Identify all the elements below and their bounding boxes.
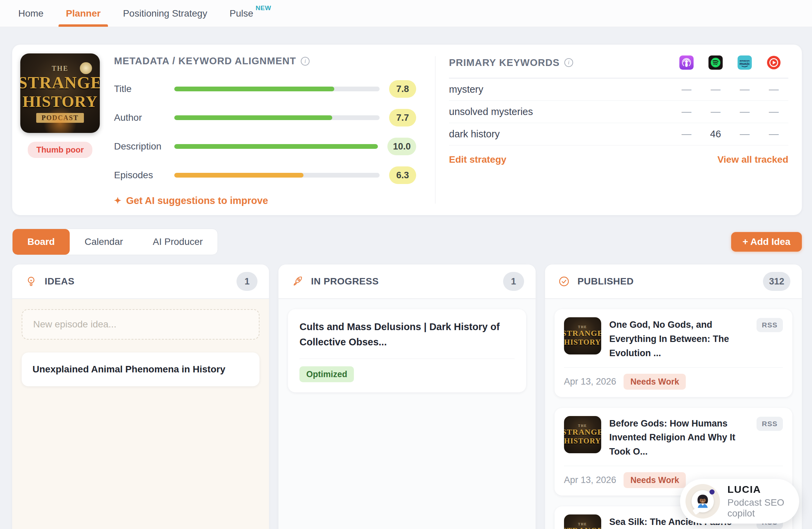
publish-date: Apr 13, 2026 — [564, 475, 617, 485]
sparkle-icon: ✦ — [114, 195, 121, 206]
copilot-name: LUCIA — [727, 484, 799, 495]
card-divider — [564, 466, 783, 466]
needs-work-badge: Needs Work — [624, 374, 686, 390]
rank-apple: — — [672, 106, 701, 117]
lucia-avatar — [685, 484, 720, 518]
rank-amazon: — — [730, 106, 759, 117]
metric-row-author: Author 7.7 — [114, 109, 416, 127]
nav-item-planner[interactable]: Planner — [66, 0, 101, 27]
keyword-name: unsolved mysteries — [449, 106, 672, 117]
metric-label: Author — [114, 112, 174, 123]
view-tab-group: Board Calendar AI Producer — [12, 229, 218, 255]
column-body-ideas: Unexplained Animal Phenomena in History — [12, 299, 269, 529]
new-badge: NEW — [256, 4, 271, 12]
in-progress-card[interactable]: Cults and Mass Delusions | Dark History … — [288, 309, 526, 392]
metric-label: Description — [114, 141, 174, 152]
ai-suggestions-link[interactable]: ✦ Get AI suggestions to improve — [114, 195, 416, 206]
metric-label: Episodes — [114, 170, 174, 181]
metric-row-title: Title 7.8 — [114, 80, 416, 98]
edit-strategy-link[interactable]: Edit strategy — [449, 154, 507, 165]
keyword-row: mystery — — — — — [449, 78, 788, 101]
thumb-quality-badge: Thumb poor — [28, 142, 93, 158]
optimized-badge: Optimized — [300, 366, 354, 382]
column-title: IDEAS — [45, 276, 229, 287]
card-divider — [300, 358, 514, 359]
new-idea-input[interactable] — [21, 309, 260, 340]
episode-thumbnail: THE STRANGE HISTORY — [564, 514, 601, 529]
check-circle-icon — [558, 275, 570, 288]
metric-label: Title — [114, 84, 174, 94]
keyword-row: unsolved mysteries — — — — — [449, 101, 788, 123]
episode-thumbnail: THE STRANGE HISTORY — [564, 416, 601, 453]
published-card[interactable]: THE STRANGE HISTORY One God, No Gods, an… — [554, 309, 792, 397]
copilot-text: LUCIA Podcast SEO copilot — [727, 484, 799, 519]
metric-bar — [174, 115, 380, 120]
keywords-panel-title: PRIMARY KEYWORDS — [449, 57, 560, 68]
keyword-name: dark history — [449, 129, 672, 140]
svg-text:music: music — [740, 61, 750, 65]
episode-title: Before Gods: How Humans Invented Religio… — [609, 416, 749, 459]
keyword-name: mystery — [449, 84, 672, 95]
rss-badge: RSS — [756, 318, 783, 332]
nav-item-pulse[interactable]: Pulse NEW — [229, 0, 271, 27]
episode-title: Cults and Mass Delusions | Dark History … — [300, 319, 514, 350]
publish-date: Apr 13, 2026 — [564, 377, 617, 387]
lucia-avatar-face — [694, 493, 711, 510]
metadata-panel-title: METADATA / KEYWORD ALIGNMENT — [114, 56, 296, 67]
metric-bar — [174, 173, 380, 178]
add-idea-button[interactable]: + Add Idea — [731, 232, 802, 252]
rank-apple: — — [672, 84, 701, 95]
idea-card[interactable]: Unexplained Animal Phenomena in History — [21, 352, 260, 386]
metadata-keywords-card: THE STRANGE HISTORY PODCAST Thumb poor M… — [12, 45, 802, 215]
metric-row-episodes: Episodes 6.3 — [114, 166, 416, 184]
apple-podcasts-icon — [672, 56, 701, 70]
column-count-badge: 1 — [236, 272, 258, 291]
column-header-in-progress: IN PROGRESS 1 — [278, 265, 535, 299]
tab-board[interactable]: Board — [13, 229, 70, 255]
metric-bar — [174, 144, 378, 149]
column-ideas: IDEAS 1 Unexplained Animal Phenomena in … — [12, 265, 269, 529]
primary-keywords-panel: PRIMARY KEYWORDS i — [435, 54, 802, 206]
info-icon[interactable]: i — [564, 58, 573, 67]
card-divider — [564, 367, 783, 368]
tab-ai-producer[interactable]: AI Producer — [138, 229, 218, 255]
needs-work-badge: Needs Work — [624, 472, 686, 488]
episode-thumbnail: THE STRANGE HISTORY — [564, 317, 601, 354]
metric-score-badge: 7.8 — [389, 80, 416, 98]
rank-youtube: — — [759, 106, 788, 117]
metadata-panel: THE STRANGE HISTORY PODCAST Thumb poor M… — [12, 54, 435, 206]
rank-amazon: — — [730, 129, 759, 140]
copilot-widget[interactable]: LUCIA Podcast SEO copilot — [680, 479, 799, 524]
nav-item-positioning-strategy[interactable]: Positioning Strategy — [123, 0, 207, 27]
artwork-glow — [43, 107, 77, 133]
rank-youtube: — — [759, 129, 788, 140]
amazon-music-icon: amazon music — [730, 56, 759, 70]
column-title: IN PROGRESS — [311, 276, 495, 287]
podcast-artwork: THE STRANGE HISTORY PODCAST — [20, 54, 100, 133]
episode-title: One God, No Gods, and Everything In Betw… — [609, 317, 749, 361]
metric-row-description: Description 10.0 — [114, 138, 416, 155]
info-icon[interactable]: i — [301, 57, 309, 65]
column-header-published: PUBLISHED 312 — [545, 265, 802, 299]
copilot-subtitle: Podcast SEO copilot — [727, 497, 799, 519]
column-header-ideas: IDEAS 1 — [12, 265, 269, 299]
rank-apple: — — [672, 129, 701, 140]
nav-item-home[interactable]: Home — [18, 0, 44, 27]
column-count-badge: 1 — [503, 272, 524, 291]
nav-pulse-label: Pulse — [229, 8, 253, 19]
tab-calendar[interactable]: Calendar — [70, 229, 138, 255]
column-title: PUBLISHED — [578, 276, 755, 287]
youtube-music-icon — [759, 56, 788, 70]
avatar-speech-bubble — [692, 490, 714, 512]
column-body-in-progress: Cults and Mass Delusions | Dark History … — [278, 299, 535, 529]
rank-youtube: — — [759, 84, 788, 95]
top-navigation: Home Planner Positioning Strategy Pulse … — [0, 0, 812, 27]
metric-score-badge: 7.7 — [389, 109, 416, 127]
rank-spotify: — — [701, 84, 730, 95]
lightbulb-icon — [25, 275, 37, 288]
rocket-icon — [291, 275, 304, 288]
metric-bar — [174, 87, 380, 91]
view-all-tracked-link[interactable]: View all tracked — [717, 154, 788, 165]
column-in-progress: IN PROGRESS 1 Cults and Mass Delusions |… — [278, 265, 535, 529]
spotify-icon — [701, 56, 730, 70]
